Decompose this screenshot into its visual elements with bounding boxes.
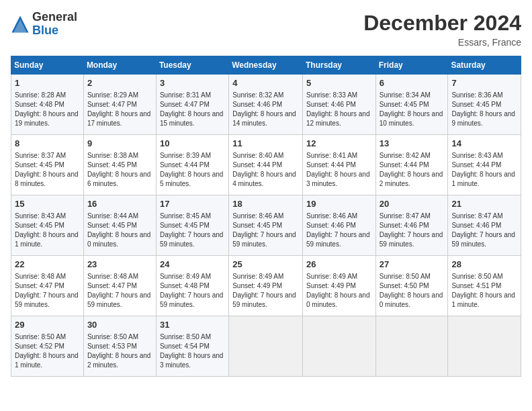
- logo: General Blue: [11, 11, 77, 38]
- calendar-week: 22Sunrise: 8:48 AMSunset: 4:47 PMDayligh…: [11, 256, 521, 316]
- calendar-week: 8Sunrise: 8:37 AMSunset: 4:45 PMDaylight…: [11, 135, 521, 195]
- calendar-cell: 6Sunrise: 8:34 AMSunset: 4:45 PMDaylight…: [375, 75, 448, 135]
- day-number: 17: [160, 198, 225, 210]
- day-number: 19: [306, 198, 372, 210]
- day-number: 26: [306, 259, 372, 271]
- day-number: 14: [451, 138, 517, 150]
- day-number: 2: [87, 77, 152, 89]
- day-number: 21: [451, 198, 517, 210]
- sunset-text: Sunset: 4:44 PM: [451, 161, 501, 169]
- sunrise-text: Sunrise: 8:49 AM: [232, 273, 283, 280]
- day-number: 16: [87, 198, 152, 210]
- calendar-cell: 26Sunrise: 8:49 AMSunset: 4:49 PMDayligh…: [302, 256, 375, 316]
- day-number: 29: [15, 319, 80, 331]
- sunset-text: Sunset: 4:46 PM: [451, 222, 501, 229]
- daylight-text: Daylight: 8 hours and 2 minutes.: [87, 352, 151, 369]
- calendar-cell: 21Sunrise: 8:47 AMSunset: 4:46 PMDayligh…: [448, 195, 521, 256]
- sunset-text: Sunset: 4:46 PM: [306, 222, 356, 229]
- calendar-cell: 22Sunrise: 8:48 AMSunset: 4:47 PMDayligh…: [11, 256, 84, 316]
- day-number: 8: [15, 138, 80, 150]
- day-number: 5: [306, 77, 372, 89]
- sunset-text: Sunset: 4:48 PM: [160, 282, 210, 289]
- header-day: Saturday: [448, 56, 521, 75]
- calendar-cell: 4Sunrise: 8:32 AMSunset: 4:46 PMDaylight…: [229, 75, 303, 135]
- header-day: Thursday: [302, 56, 375, 75]
- daylight-text: Daylight: 7 hours and 59 minutes.: [160, 291, 224, 308]
- daylight-text: Daylight: 7 hours and 59 minutes.: [87, 291, 151, 308]
- calendar-body: 1Sunrise: 8:28 AMSunset: 4:48 PMDaylight…: [11, 75, 521, 377]
- daylight-text: Daylight: 7 hours and 59 minutes.: [232, 291, 296, 308]
- calendar-cell: [302, 316, 375, 377]
- title-block: December 2024 Essars, France: [363, 11, 521, 48]
- sunrise-text: Sunrise: 8:50 AM: [87, 333, 138, 340]
- sunrise-text: Sunrise: 8:29 AM: [87, 91, 138, 99]
- header-day: Monday: [83, 56, 156, 75]
- logo-icon: [11, 15, 30, 34]
- sunset-text: Sunset: 4:49 PM: [306, 282, 356, 289]
- daylight-text: Daylight: 7 hours and 59 minutes.: [451, 231, 515, 248]
- sunrise-text: Sunrise: 8:50 AM: [451, 273, 502, 280]
- daylight-text: Daylight: 8 hours and 0 minutes.: [380, 291, 443, 308]
- calendar-cell: 29Sunrise: 8:50 AMSunset: 4:52 PMDayligh…: [11, 316, 84, 377]
- daylight-text: Daylight: 8 hours and 15 minutes.: [160, 110, 224, 127]
- calendar-cell: 17Sunrise: 8:45 AMSunset: 4:45 PMDayligh…: [156, 195, 228, 256]
- sunset-text: Sunset: 4:44 PM: [232, 161, 282, 169]
- sunrise-text: Sunrise: 8:28 AM: [15, 91, 66, 99]
- sunrise-text: Sunrise: 8:48 AM: [87, 273, 138, 280]
- sunset-text: Sunset: 4:45 PM: [232, 222, 282, 229]
- calendar-cell: 28Sunrise: 8:50 AMSunset: 4:51 PMDayligh…: [448, 256, 521, 316]
- sunset-text: Sunset: 4:45 PM: [87, 222, 137, 229]
- daylight-text: Daylight: 7 hours and 59 minutes.: [15, 291, 79, 308]
- sunrise-text: Sunrise: 8:47 AM: [451, 212, 502, 220]
- sunset-text: Sunset: 4:53 PM: [87, 342, 137, 350]
- daylight-text: Daylight: 8 hours and 9 minutes.: [451, 110, 515, 127]
- day-number: 12: [306, 138, 372, 150]
- sunrise-text: Sunrise: 8:49 AM: [306, 273, 357, 280]
- calendar-header: SundayMondayTuesdayWednesdayThursdayFrid…: [11, 56, 521, 75]
- sunrise-text: Sunrise: 8:50 AM: [15, 333, 66, 340]
- calendar-cell: 2Sunrise: 8:29 AMSunset: 4:47 PMDaylight…: [83, 75, 156, 135]
- calendar-week: 29Sunrise: 8:50 AMSunset: 4:52 PMDayligh…: [11, 316, 521, 377]
- calendar-cell: 10Sunrise: 8:39 AMSunset: 4:44 PMDayligh…: [156, 135, 228, 195]
- sunset-text: Sunset: 4:54 PM: [160, 342, 210, 350]
- daylight-text: Daylight: 8 hours and 10 minutes.: [380, 110, 443, 127]
- daylight-text: Daylight: 8 hours and 5 minutes.: [160, 171, 224, 187]
- sunset-text: Sunset: 4:45 PM: [87, 161, 137, 169]
- header-day: Wednesday: [229, 56, 303, 75]
- sunset-text: Sunset: 4:51 PM: [451, 282, 501, 289]
- daylight-text: Daylight: 8 hours and 8 minutes.: [15, 171, 79, 187]
- calendar-cell: 11Sunrise: 8:40 AMSunset: 4:44 PMDayligh…: [229, 135, 303, 195]
- calendar-cell: 14Sunrise: 8:43 AMSunset: 4:44 PMDayligh…: [448, 135, 521, 195]
- daylight-text: Daylight: 8 hours and 3 minutes.: [306, 171, 370, 187]
- sunrise-text: Sunrise: 8:42 AM: [380, 152, 431, 159]
- sunrise-text: Sunrise: 8:50 AM: [160, 333, 211, 340]
- sunset-text: Sunset: 4:48 PM: [15, 101, 64, 108]
- sunrise-text: Sunrise: 8:47 AM: [380, 212, 431, 220]
- sunset-text: Sunset: 4:50 PM: [380, 282, 429, 289]
- day-number: 22: [15, 259, 80, 271]
- calendar-cell: 13Sunrise: 8:42 AMSunset: 4:44 PMDayligh…: [375, 135, 448, 195]
- calendar-week: 1Sunrise: 8:28 AMSunset: 4:48 PMDaylight…: [11, 75, 521, 135]
- day-number: 23: [87, 259, 152, 271]
- calendar-cell: 15Sunrise: 8:43 AMSunset: 4:45 PMDayligh…: [11, 195, 84, 256]
- daylight-text: Daylight: 8 hours and 14 minutes.: [232, 110, 296, 127]
- day-number: 1: [15, 77, 80, 89]
- sunrise-text: Sunrise: 8:32 AM: [232, 91, 283, 99]
- sunset-text: Sunset: 4:45 PM: [15, 161, 64, 169]
- daylight-text: Daylight: 7 hours and 59 minutes.: [232, 231, 296, 248]
- day-number: 20: [380, 198, 445, 210]
- calendar-cell: 18Sunrise: 8:46 AMSunset: 4:45 PMDayligh…: [229, 195, 303, 256]
- calendar-cell: 1Sunrise: 8:28 AMSunset: 4:48 PMDaylight…: [11, 75, 84, 135]
- calendar-cell: 31Sunrise: 8:50 AMSunset: 4:54 PMDayligh…: [156, 316, 228, 377]
- sunset-text: Sunset: 4:49 PM: [232, 282, 282, 289]
- sunrise-text: Sunrise: 8:36 AM: [451, 91, 502, 99]
- calendar-cell: 3Sunrise: 8:31 AMSunset: 4:47 PMDaylight…: [156, 75, 228, 135]
- daylight-text: Daylight: 8 hours and 12 minutes.: [306, 110, 370, 127]
- daylight-text: Daylight: 8 hours and 3 minutes.: [160, 352, 224, 369]
- calendar-cell: 8Sunrise: 8:37 AMSunset: 4:45 PMDaylight…: [11, 135, 84, 195]
- sunset-text: Sunset: 4:46 PM: [380, 222, 429, 229]
- header-day: Sunday: [11, 56, 84, 75]
- daylight-text: Daylight: 8 hours and 2 minutes.: [380, 171, 443, 187]
- daylight-text: Daylight: 8 hours and 17 minutes.: [87, 110, 151, 127]
- day-number: 31: [160, 319, 225, 331]
